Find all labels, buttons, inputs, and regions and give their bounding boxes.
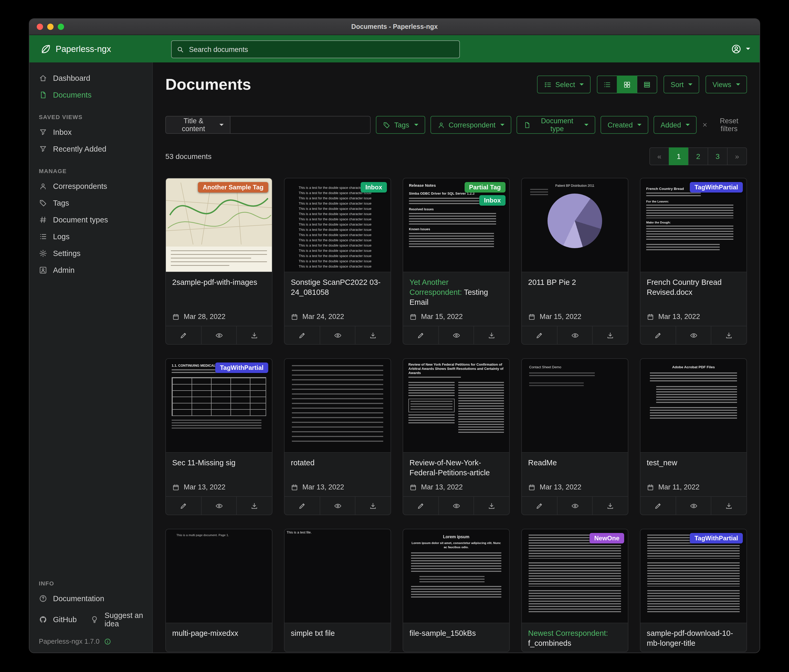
document-thumbnail[interactable]: Adobe Acrobat PDF Files — [640, 359, 746, 453]
pagination-prev-button[interactable]: « — [649, 147, 669, 165]
edit-button[interactable] — [166, 497, 201, 514]
view-button[interactable] — [676, 326, 711, 344]
document-thumbnail[interactable]: TagWithPartial — [640, 529, 746, 623]
pagination-page-1[interactable]: 1 — [669, 147, 689, 165]
edit-button[interactable] — [284, 497, 319, 514]
tag-badge[interactable]: NewOne — [589, 533, 624, 543]
edit-button[interactable] — [403, 326, 438, 344]
views-button[interactable]: Views — [706, 76, 747, 93]
document-card[interactable]: Review of New York Federal Petitions for… — [402, 358, 510, 515]
list-view-button[interactable] — [597, 76, 618, 93]
document-card[interactable]: Release Notes Simba ODBC Driver for SQL … — [402, 178, 510, 345]
tag-badge[interactable]: Another Sample Tag — [198, 182, 268, 193]
view-button[interactable] — [319, 326, 355, 344]
sidebar-item-settings[interactable]: Settings — [29, 245, 152, 262]
document-thumbnail[interactable]: Release Notes Simba ODBC Driver for SQL … — [403, 178, 509, 272]
document-card[interactable]: TagWithPartial sample-pdf-download-10-mb… — [640, 529, 747, 652]
document-thumbnail[interactable]: French Country Bread For the Leaven: Mak… — [640, 178, 746, 272]
window-minimize-button[interactable] — [47, 24, 54, 30]
document-title[interactable]: 2sample-pdf-with-images — [172, 277, 266, 287]
document-title[interactable]: file-sample_150kBs — [409, 629, 503, 639]
document-thumbnail[interactable] — [284, 359, 391, 453]
edit-button[interactable] — [284, 326, 319, 344]
document-card[interactable]: Another Sample Tag 2sample-pdf-with-imag… — [165, 178, 272, 345]
download-button[interactable] — [711, 326, 746, 344]
document-card[interactable]: rotated Mar 13, 2022 — [284, 358, 391, 515]
download-button[interactable] — [711, 497, 746, 514]
sidebar-item-suggest-idea[interactable]: Suggest an idea — [81, 607, 152, 632]
document-card[interactable]: French Country Bread For the Leaven: Mak… — [640, 178, 747, 345]
download-button[interactable] — [474, 497, 509, 514]
title-content-filter-input[interactable] — [230, 116, 371, 134]
download-button[interactable] — [593, 497, 628, 514]
edit-button[interactable] — [640, 326, 676, 344]
sidebar-item-documentation[interactable]: Documentation — [29, 590, 152, 607]
view-button[interactable] — [557, 497, 592, 514]
download-button[interactable] — [593, 326, 628, 344]
sidebar-item-tags[interactable]: Tags — [29, 194, 152, 212]
sidebar-item-admin[interactable]: Admin — [29, 262, 152, 279]
document-card[interactable]: Patient BP Distribution 2011 2011 BP Pie… — [521, 178, 628, 345]
document-card[interactable]: This is a test for the double space char… — [284, 178, 391, 345]
correspondent-filter-button[interactable]: Correspondent — [430, 116, 511, 134]
added-filter-button[interactable]: Added — [654, 116, 697, 134]
select-button[interactable]: Select — [537, 76, 591, 93]
sidebar-item-logs[interactable]: Logs — [29, 228, 152, 245]
grid-view-button[interactable] — [617, 76, 637, 93]
created-filter-button[interactable]: Created — [601, 116, 648, 134]
detail-view-button[interactable] — [637, 76, 658, 93]
download-button[interactable] — [355, 497, 391, 514]
tag-badge[interactable]: TagWithPartial — [215, 363, 268, 373]
document-correspondent[interactable]: Newest Correspondent: — [528, 629, 608, 637]
document-card[interactable]: 1.1. CONTINUING MEDICAL EDUCA TagWithPar… — [165, 358, 272, 515]
document-thumbnail[interactable]: NewOne — [522, 529, 628, 623]
document-thumbnail[interactable]: This is a multi page document. Page 1. — [166, 529, 272, 623]
document-thumbnail[interactable]: Another Sample Tag — [166, 178, 272, 272]
document-card[interactable]: NewOne Newest Correspondent: f_combineds — [521, 529, 628, 652]
pagination-page-2[interactable]: 2 — [688, 147, 708, 165]
download-button[interactable] — [236, 326, 272, 344]
document-title[interactable]: French Country Bread Revised.docx — [647, 277, 740, 298]
download-button[interactable] — [236, 497, 272, 514]
document-thumbnail[interactable]: This is a test file. — [284, 529, 391, 623]
edit-button[interactable] — [522, 326, 557, 344]
document-title[interactable]: 2011 BP Pie 2 — [528, 277, 621, 287]
document-thumbnail[interactable]: Patient BP Distribution 2011 — [522, 178, 628, 272]
global-search-input[interactable] — [188, 45, 455, 54]
view-button[interactable] — [438, 497, 473, 514]
document-title[interactable]: sample-pdf-download-10-mb-longer-title — [647, 629, 740, 648]
view-button[interactable] — [319, 497, 355, 514]
document-thumbnail[interactable]: Lorem ipsum Lorem ipsum dolor sit amet, … — [403, 529, 509, 623]
document-title[interactable]: multi-page-mixedxx — [172, 629, 266, 639]
sidebar-item-dashboard[interactable]: Dashboard — [29, 70, 152, 86]
user-menu[interactable] — [731, 35, 750, 62]
edit-button[interactable] — [640, 497, 676, 514]
document-card[interactable]: This is a multi page document. Page 1. m… — [165, 529, 272, 652]
tags-filter-button[interactable]: Tags — [376, 116, 425, 134]
view-button[interactable] — [438, 326, 473, 344]
document-title[interactable]: Sonstige ScanPC2022 03-24_081058 — [291, 277, 384, 298]
tag-badge[interactable]: Inbox — [361, 182, 387, 193]
document-card[interactable]: Adobe Acrobat PDF Files test_new Mar 11,… — [640, 358, 747, 515]
edit-button[interactable] — [403, 497, 438, 514]
view-button[interactable] — [676, 497, 711, 514]
pagination-next-button[interactable]: » — [727, 147, 747, 165]
edit-button[interactable] — [522, 497, 557, 514]
download-button[interactable] — [474, 326, 509, 344]
info-circle-icon[interactable] — [104, 638, 111, 645]
document-title[interactable]: simple txt file — [291, 629, 384, 639]
download-button[interactable] — [355, 326, 391, 344]
sidebar-item-recently-added[interactable]: Recently Added — [29, 140, 152, 158]
document-thumbnail[interactable]: Review of New York Federal Petitions for… — [403, 359, 509, 453]
document-title[interactable]: Yet Another Correspondent: Testing Email — [409, 277, 503, 307]
tag-badge[interactable]: Partial Tag — [464, 182, 506, 193]
reset-filters-button[interactable]: Reset filters — [702, 117, 747, 133]
sidebar-item-documents[interactable]: Documents — [29, 86, 152, 104]
view-button[interactable] — [557, 326, 592, 344]
pagination-page-3[interactable]: 3 — [708, 147, 728, 165]
sidebar-item-github[interactable]: GitHub — [29, 611, 79, 628]
window-zoom-button[interactable] — [58, 24, 64, 30]
document-correspondent[interactable]: Yet Another Correspondent: — [409, 278, 462, 296]
window-close-button[interactable] — [37, 24, 43, 30]
document-card[interactable]: Lorem ipsum Lorem ipsum dolor sit amet, … — [402, 529, 510, 652]
